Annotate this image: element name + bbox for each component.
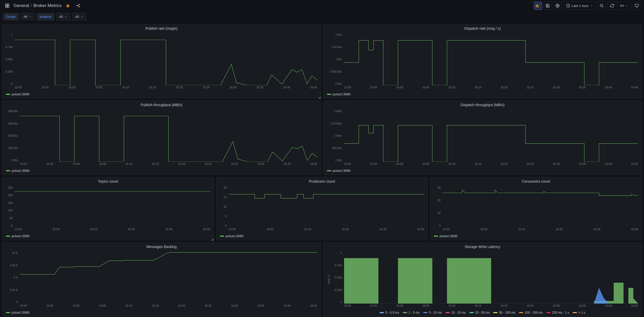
panel-messages-backlog[interactable]: Messages Backlog 10 K7.50 K5 K2.50 K0 15…	[2, 242, 321, 317]
legend-item[interactable]: pulsar1:8080	[327, 169, 351, 173]
legend: pulsar1:8080	[216, 233, 428, 240]
dashboard-grid: Publish rate (msg/s) 10.7500.5000.2500 1…	[0, 23, 644, 317]
plot-area[interactable]	[20, 110, 317, 162]
breadcrumb-current[interactable]: Broker Metrics	[33, 3, 62, 8]
legend-item[interactable]: 100 - 200 ms	[519, 311, 543, 314]
legend-item[interactable]: 200 ms - 1 s	[546, 311, 569, 314]
legend: pulsar1:8080	[2, 91, 321, 98]
legend-item[interactable]: pulsar1:8080	[327, 92, 351, 96]
legend-item[interactable]: 20 - 50 ms	[470, 311, 490, 314]
legend-item[interactable]: 5 - 10 ms	[423, 311, 442, 314]
add-panel-button[interactable]	[534, 2, 542, 10]
panel-title: Consumers count	[430, 177, 642, 184]
x-axis: 15:5015:5516:0016:0516:1016:1516:2016:25…	[20, 304, 317, 309]
plot-area[interactable]	[344, 33, 638, 85]
breadcrumb-folder-link[interactable]: General	[13, 3, 29, 8]
legend: pulsar1:8080	[2, 167, 321, 175]
x-axis: 15:5015:5516:0016:0516:1016:1516:2016:25…	[344, 162, 638, 167]
svg-rect-1	[7, 4, 9, 5]
legend: pulsar1:8080	[323, 167, 642, 175]
panel-publish-rate[interactable]: Publish rate (msg/s) 10.7500.5000.2500 1…	[2, 24, 321, 98]
plot-area[interactable]	[15, 186, 210, 227]
svg-rect-10	[537, 4, 538, 7]
plot-area[interactable]	[229, 186, 424, 227]
legend-item[interactable]: > 1 s	[573, 311, 585, 314]
panel-title: Topics count	[2, 177, 214, 184]
x-axis: 15:5015:5516:0016:0516:1016:1516:2016:25…	[344, 86, 638, 90]
panel-storage-write-latency[interactable]: Storage Write Latency msg / s 10.7500.50…	[323, 242, 642, 317]
plot-area[interactable]	[15, 33, 317, 85]
var-extra-select[interactable]: All	[72, 13, 86, 20]
plot-area[interactable]	[344, 110, 638, 162]
chevron-down-icon	[625, 4, 628, 7]
favorite-star-button[interactable]	[64, 2, 72, 10]
chevron-down-icon	[81, 15, 84, 18]
y-axis: 10.7500.5000.2500	[323, 251, 344, 304]
svg-rect-2	[5, 6, 7, 7]
legend-item[interactable]: 1 - 5 ms	[403, 311, 420, 314]
settings-button[interactable]	[553, 2, 562, 10]
x-axis: 15:5016:0016:1016:2016:3016:40	[443, 228, 638, 232]
breadcrumb-separator: /	[30, 3, 32, 8]
panel-publish-throughput[interactable]: Publish throughput (MB/s) 800 B/s600 B/s…	[2, 100, 321, 175]
var-cluster-select[interactable]: All	[21, 13, 35, 20]
legend: pulsar1:8080	[430, 233, 642, 240]
legend-item[interactable]: pulsar1:8080	[6, 92, 29, 96]
svg-point-14	[557, 5, 558, 6]
y-axis: 800 B/s600 B/s400 B/s200 B/s0 B/s	[2, 110, 19, 162]
panel-title: Producers count	[216, 177, 428, 184]
legend-item[interactable]: pulsar1:8080	[6, 234, 29, 238]
dashboard-grid-icon[interactable]	[3, 2, 11, 10]
tv-mode-button[interactable]	[633, 2, 641, 10]
time-range-picker[interactable]: Last 1 hour	[563, 2, 596, 10]
plot-area[interactable]	[20, 251, 317, 304]
zoom-out-button[interactable]	[598, 2, 606, 10]
legend: pulsar1:8080	[2, 233, 214, 240]
legend-item[interactable]: pulsar1:8080	[6, 311, 29, 314]
x-axis: 15:5016:0016:1016:2016:3016:40	[15, 228, 210, 232]
legend: 0 - 0.5 ms1 - 5 ms5 - 10 ms10 - 20 ms20 …	[323, 309, 642, 316]
panel-consumers-count[interactable]: Consumers count 3020100 15:5016:0016:101…	[430, 177, 642, 240]
svg-line-17	[603, 6, 603, 7]
y-axis: 3020100	[430, 186, 442, 227]
share-button[interactable]	[74, 2, 82, 10]
legend-item[interactable]: 10 - 20 ms	[446, 311, 466, 314]
chevron-down-icon	[64, 15, 67, 18]
var-cluster-label[interactable]: Cluster	[3, 13, 19, 20]
refresh-button[interactable]	[608, 2, 617, 10]
legend-item[interactable]: pulsar1:8080	[434, 234, 457, 238]
svg-rect-3	[7, 6, 9, 7]
plot-area[interactable]	[443, 186, 638, 227]
svg-rect-9	[536, 5, 537, 7]
x-axis: 15:5016:0016:1016:2016:3016:40	[229, 228, 424, 232]
save-button[interactable]	[544, 2, 552, 10]
var-instance-label[interactable]: Instance	[37, 13, 54, 20]
svg-rect-11	[538, 5, 539, 7]
svg-line-8	[77, 6, 79, 7]
x-axis: 15:5015:5516:0016:0516:1016:1516:2016:25…	[15, 86, 317, 90]
panel-dispatch-throughput[interactable]: Dispatch throughput (MB/s) 2 kB/s1.50 kB…	[323, 100, 642, 175]
legend-item[interactable]: pulsar1:8080	[6, 169, 29, 173]
svg-line-7	[77, 5, 79, 6]
legend: pulsar1:8080	[323, 91, 642, 98]
resize-handle[interactable]: ◢	[318, 96, 320, 98]
panel-title: Storage Write Latency	[323, 243, 642, 250]
legend-item[interactable]: 0 - 0.5 ms	[380, 311, 399, 314]
panel-dispatch-rate[interactable]: Dispatch rate (msg / s) 2 B/s1.50 B/s1 B…	[323, 24, 642, 98]
panel-title: Messages Backlog	[2, 243, 321, 250]
legend-item[interactable]: pulsar1:8080	[220, 234, 243, 238]
resize-handle[interactable]: ◢	[211, 237, 213, 239]
legend-item[interactable]: 50 - 100 ms	[493, 311, 515, 314]
variable-bar: Cluster All Instance All All	[0, 11, 644, 23]
var-instance-select[interactable]: All	[56, 13, 70, 20]
y-axis: 2 B/s1.50 B/s1 B/s0.500 B/s0 B/s	[323, 33, 344, 85]
plot-area[interactable]	[344, 251, 638, 304]
panel-title: Publish rate (msg/s)	[2, 24, 321, 32]
breadcrumb: General / Broker Metrics	[13, 3, 62, 8]
refresh-interval-label: 1m	[620, 4, 624, 7]
panel-topics-count[interactable]: Topics count 250200150100500 15:5016:001…	[2, 177, 214, 240]
x-axis: 15:5015:5516:0016:0516:1016:1516:2016:25…	[20, 162, 317, 167]
panel-producers-count[interactable]: Producers count 20151050 15:5016:0016:10…	[216, 177, 428, 240]
refresh-interval-select[interactable]: 1m	[617, 2, 631, 10]
chevron-down-icon	[590, 4, 593, 7]
